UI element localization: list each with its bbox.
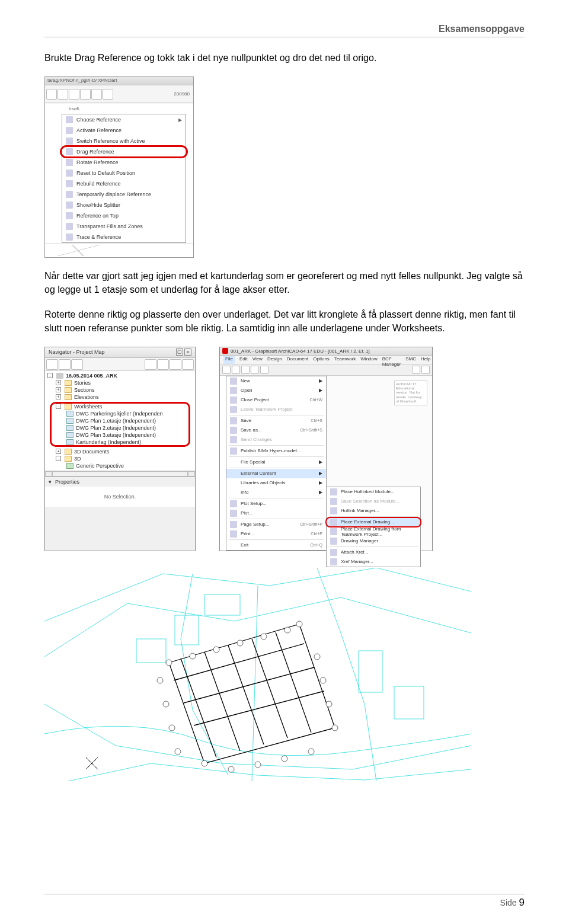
svg-rect-4	[394, 686, 424, 719]
menu-item-new[interactable]: New▶	[226, 376, 326, 386]
menu-item-plot[interactable]: Plot...	[226, 509, 326, 518]
plot-icon	[230, 510, 237, 517]
toolbar-button[interactable]	[103, 89, 113, 100]
svg-point-16	[213, 647, 219, 653]
menu-options[interactable]: Options	[313, 356, 330, 364]
menu-document[interactable]: Document	[287, 356, 308, 364]
tree-item[interactable]: DWG Plan 3.etasje (Independent)	[46, 431, 194, 439]
toolbar-button[interactable]	[46, 89, 57, 100]
tree-item[interactable]: Kartunderlag (Independent)	[46, 439, 194, 446]
submenu-item-place-external-drawing[interactable]: Place External Drawing...	[327, 517, 420, 527]
nav-view-button[interactable]	[182, 359, 194, 370]
menu-item-save[interactable]: SaveCtrl+S	[226, 416, 326, 426]
tree-item[interactable]: DWG Plan 2.etasje (Independent)	[46, 424, 194, 431]
file-menu-dropdown: New▶ Open▶ Close ProjectCtrl+W Leave Tea…	[226, 376, 327, 551]
tree-item[interactable]: +Elevations	[46, 394, 194, 401]
panel-titlebar: Navigator - Project Map ▢ ×	[45, 347, 195, 358]
menu-item-activate-reference[interactable]: Activate Reference	[62, 125, 186, 136]
menu-item-reset-position[interactable]: Reset to Default Position	[62, 168, 186, 178]
tree-item[interactable]: DWG Parkerings kjeller (Independen	[46, 410, 194, 417]
toolbar-button[interactable]	[57, 89, 68, 100]
close-icon[interactable]: ×	[184, 349, 191, 356]
nav-view-button[interactable]	[170, 359, 181, 370]
menu-view[interactable]: View	[252, 356, 263, 364]
nav-view-button[interactable]	[46, 359, 58, 370]
window-title: 001_ARK - Graphisoft ArchiCAD-64 17 EDU …	[231, 349, 370, 354]
menu-bcf[interactable]: BCF Manager	[382, 356, 401, 364]
toolbar-button[interactable]	[91, 89, 102, 100]
menu-item-reference-on-top[interactable]: Reference on Top	[62, 210, 186, 221]
submenu-item[interactable]: Hotlink Manager...	[327, 506, 420, 516]
tree-root[interactable]: -16.05.2014 005_ARK	[46, 372, 194, 379]
menu-item-transparent-fills[interactable]: Transparent Fills and Zones	[62, 221, 186, 232]
menu-window[interactable]: Window	[360, 356, 377, 364]
page-footer: Side 9	[44, 894, 525, 909]
menu-item-rebuild-reference[interactable]: Rebuild Reference	[62, 178, 186, 189]
menu-item-external-content[interactable]: External Content▶	[226, 469, 326, 478]
project-icon	[56, 373, 63, 379]
menu-smc[interactable]: SMC	[405, 356, 416, 364]
menu-item-info[interactable]: Info▶	[226, 488, 326, 497]
menu-item-page-setup[interactable]: Page Setup...Ctrl+Shift+P	[226, 520, 326, 529]
menu-teamwork[interactable]: Teamwork	[334, 356, 356, 364]
chevron-down-icon[interactable]: ▾	[49, 479, 52, 485]
tree-item-worksheets[interactable]: -Worksheets	[46, 403, 194, 410]
toolbar-button[interactable]	[412, 366, 420, 374]
tree-item[interactable]: -3D	[46, 455, 194, 462]
menu-item-close-project[interactable]: Close ProjectCtrl+W	[226, 395, 326, 405]
menu-item-switch-reference[interactable]: Switch Reference with Active	[62, 136, 186, 146]
menu-design[interactable]: Design	[267, 356, 282, 364]
menu-item-displace-reference[interactable]: Temporarily displace Reference	[62, 189, 186, 200]
submenu-item[interactable]: Place External Drawing from Teamwork Pro…	[327, 527, 420, 536]
menu-item-exit[interactable]: ExitCtrl+Q	[226, 541, 326, 550]
toolbar-button[interactable]	[69, 89, 79, 100]
scrollbar[interactable]	[45, 471, 195, 477]
menu-item-print[interactable]: Print...Ctrl+P	[226, 529, 326, 539]
tree-label: DWG Plan 3.etasje (Independent)	[76, 432, 156, 438]
screenshot-navigator: Navigator - Project Map ▢ × -16.05.2014 …	[44, 347, 196, 551]
tree-item[interactable]: +3D Documents	[46, 448, 194, 455]
menu-edit[interactable]: Edit	[239, 356, 248, 364]
nav-view-button[interactable]	[59, 359, 71, 370]
menu-item-libraries[interactable]: Libraries and Objects▶	[226, 478, 326, 488]
nav-view-button[interactable]	[157, 359, 169, 370]
folder-icon	[65, 394, 72, 400]
menu-item-label: Rebuild Reference	[76, 181, 121, 187]
saveas-icon	[230, 427, 237, 434]
toolbar-button[interactable]	[260, 366, 268, 374]
window-titlebar: tarag/XPNOf-n_pgI/I-D/ XPNOart	[45, 77, 193, 85]
menu-item-open[interactable]: Open▶	[226, 386, 326, 395]
menu-help[interactable]: Help	[421, 356, 430, 364]
toolbar-button[interactable]	[251, 366, 259, 374]
submenu-item[interactable]: Attach Xref...	[327, 548, 420, 557]
svg-rect-2	[136, 639, 166, 663]
menu-item-plot-setup[interactable]: Plot Setup...	[226, 499, 326, 509]
tree-item[interactable]: DWG Plan 1.etasje (Independent)	[46, 417, 194, 424]
toolbar-button[interactable]	[80, 89, 91, 100]
menu-item-drag-reference[interactable]: Drag Reference	[62, 146, 186, 157]
menu-item-choose-reference[interactable]: Choose Reference▶	[62, 114, 186, 125]
pin-icon[interactable]: ▢	[176, 349, 183, 356]
menu-item-trace-reference[interactable]: Trace & Reference	[62, 232, 186, 242]
xref-icon	[330, 558, 337, 565]
menu-file[interactable]: File	[223, 356, 235, 364]
toolbar-button[interactable]	[241, 366, 250, 374]
nav-view-button[interactable]	[71, 359, 83, 370]
tree-item[interactable]: +Stories	[46, 379, 194, 386]
toolbar-button[interactable]	[232, 366, 240, 374]
worksheet-icon	[66, 425, 73, 431]
toolbar-button[interactable]	[222, 366, 231, 374]
toolbar-button[interactable]	[421, 366, 430, 374]
tree-item[interactable]: +Sections	[46, 386, 194, 394]
nav-view-button[interactable]	[145, 359, 156, 370]
submenu-item[interactable]: Xref Manager...	[327, 557, 420, 567]
menu-item-publish-bimx[interactable]: Publish BIMx Hyper-model...	[226, 446, 326, 456]
tree-item[interactable]: Generic Perspective	[46, 462, 194, 469]
menu-item-rotate-reference[interactable]: Rotate Reference	[62, 157, 186, 168]
menubar: File Edit View Design Document Options T…	[220, 356, 432, 365]
submenu-item[interactable]: Drawing Manager	[327, 536, 420, 546]
menu-item-save-as[interactable]: Save as...Ctrl+Shift+S	[226, 426, 326, 435]
submenu-item[interactable]: Place Hotlinked Module...	[327, 487, 420, 497]
menu-item-file-special[interactable]: File Special▶	[226, 458, 326, 467]
menu-item-show-hide-splitter[interactable]: Show/Hide Splitter	[62, 200, 186, 210]
